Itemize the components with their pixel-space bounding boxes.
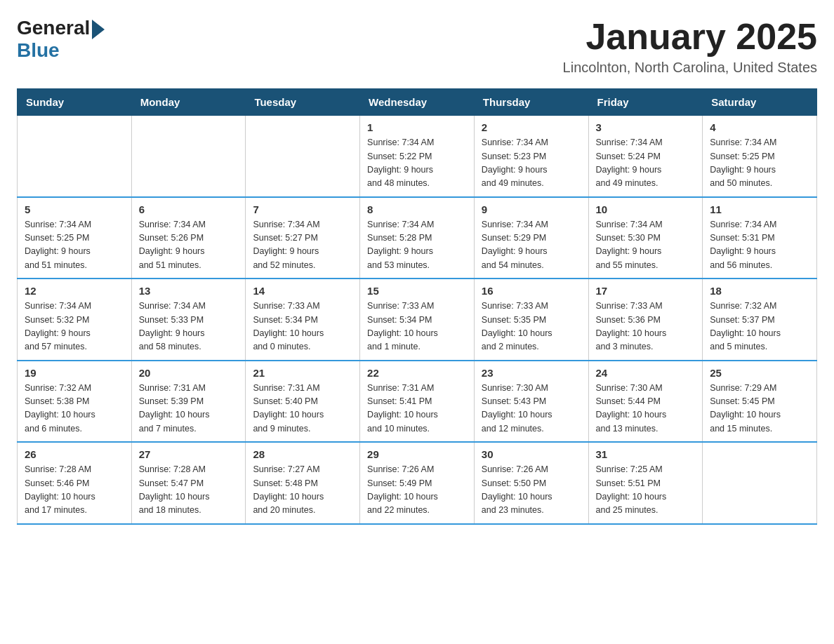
calendar-week-row: 12Sunrise: 7:34 AMSunset: 5:32 PMDayligh… xyxy=(18,279,817,361)
day-info: Sunrise: 7:28 AMSunset: 5:47 PMDaylight:… xyxy=(139,464,210,515)
day-number: 31 xyxy=(596,448,696,460)
day-info: Sunrise: 7:32 AMSunset: 5:37 PMDaylight:… xyxy=(710,301,781,351)
day-info: Sunrise: 7:31 AMSunset: 5:40 PMDaylight:… xyxy=(253,383,324,434)
calendar-day-cell: 11Sunrise: 7:34 AMSunset: 5:31 PMDayligh… xyxy=(703,197,817,279)
day-info: Sunrise: 7:33 AMSunset: 5:34 PMDaylight:… xyxy=(367,301,438,351)
day-info: Sunrise: 7:34 AMSunset: 5:23 PMDaylight:… xyxy=(482,137,548,188)
day-number: 13 xyxy=(139,285,239,297)
calendar-day-cell: 24Sunrise: 7:30 AMSunset: 5:44 PMDayligh… xyxy=(588,361,703,443)
calendar-day-cell: 8Sunrise: 7:34 AMSunset: 5:28 PMDaylight… xyxy=(360,197,475,279)
day-number: 19 xyxy=(25,367,124,379)
day-number: 11 xyxy=(710,203,809,215)
calendar-body: 1Sunrise: 7:34 AMSunset: 5:22 PMDaylight… xyxy=(18,116,817,524)
day-info: Sunrise: 7:34 AMSunset: 5:32 PMDaylight:… xyxy=(25,301,91,351)
day-number: 8 xyxy=(367,203,467,215)
day-info: Sunrise: 7:34 AMSunset: 5:26 PMDaylight:… xyxy=(139,220,206,270)
day-number: 9 xyxy=(482,203,581,215)
day-info: Sunrise: 7:34 AMSunset: 5:30 PMDaylight:… xyxy=(596,220,663,270)
day-number: 26 xyxy=(25,448,124,460)
day-of-week-header: Thursday xyxy=(474,89,588,116)
day-info: Sunrise: 7:33 AMSunset: 5:35 PMDaylight:… xyxy=(482,301,552,351)
day-number: 7 xyxy=(253,203,352,215)
calendar-day-cell: 22Sunrise: 7:31 AMSunset: 5:41 PMDayligh… xyxy=(360,361,475,443)
day-of-week-header: Saturday xyxy=(703,89,817,116)
day-info: Sunrise: 7:33 AMSunset: 5:34 PMDaylight:… xyxy=(253,301,324,351)
day-info: Sunrise: 7:31 AMSunset: 5:39 PMDaylight:… xyxy=(139,383,210,434)
calendar-day-cell: 9Sunrise: 7:34 AMSunset: 5:29 PMDaylight… xyxy=(474,197,588,279)
day-number: 24 xyxy=(596,367,696,379)
calendar-day-cell: 28Sunrise: 7:27 AMSunset: 5:48 PMDayligh… xyxy=(246,442,360,524)
day-info: Sunrise: 7:28 AMSunset: 5:46 PMDaylight:… xyxy=(25,464,95,515)
calendar-week-row: 26Sunrise: 7:28 AMSunset: 5:46 PMDayligh… xyxy=(18,442,817,524)
calendar-day-cell xyxy=(246,116,360,197)
days-of-week-row: SundayMondayTuesdayWednesdayThursdayFrid… xyxy=(18,89,817,116)
day-info: Sunrise: 7:34 AMSunset: 5:28 PMDaylight:… xyxy=(367,220,434,270)
day-number: 20 xyxy=(139,367,239,379)
day-info: Sunrise: 7:34 AMSunset: 5:22 PMDaylight:… xyxy=(367,137,434,188)
day-number: 28 xyxy=(253,448,352,460)
day-info: Sunrise: 7:34 AMSunset: 5:25 PMDaylight:… xyxy=(25,220,91,270)
day-info: Sunrise: 7:34 AMSunset: 5:29 PMDaylight:… xyxy=(482,220,548,270)
day-number: 18 xyxy=(710,285,809,297)
day-number: 22 xyxy=(367,367,467,379)
day-number: 6 xyxy=(139,203,239,215)
day-number: 29 xyxy=(367,448,467,460)
calendar-day-cell: 12Sunrise: 7:34 AMSunset: 5:32 PMDayligh… xyxy=(18,279,132,361)
day-info: Sunrise: 7:26 AMSunset: 5:50 PMDaylight:… xyxy=(482,464,552,515)
calendar-day-cell: 27Sunrise: 7:28 AMSunset: 5:47 PMDayligh… xyxy=(131,442,246,524)
day-info: Sunrise: 7:30 AMSunset: 5:44 PMDaylight:… xyxy=(596,383,667,434)
day-number: 16 xyxy=(482,285,581,297)
logo-blue-text: Blue xyxy=(17,39,105,62)
day-number: 14 xyxy=(253,285,352,297)
day-number: 15 xyxy=(367,285,467,297)
day-info: Sunrise: 7:33 AMSunset: 5:36 PMDaylight:… xyxy=(596,301,667,351)
location-text: Lincolnton, North Carolina, United State… xyxy=(563,60,817,76)
day-info: Sunrise: 7:34 AMSunset: 5:33 PMDaylight:… xyxy=(139,301,206,351)
calendar-day-cell: 29Sunrise: 7:26 AMSunset: 5:49 PMDayligh… xyxy=(360,442,475,524)
calendar-day-cell: 26Sunrise: 7:28 AMSunset: 5:46 PMDayligh… xyxy=(18,442,132,524)
calendar-day-cell: 6Sunrise: 7:34 AMSunset: 5:26 PMDaylight… xyxy=(131,197,246,279)
calendar-day-cell: 2Sunrise: 7:34 AMSunset: 5:23 PMDaylight… xyxy=(474,116,588,197)
day-number: 5 xyxy=(25,203,124,215)
calendar-day-cell: 21Sunrise: 7:31 AMSunset: 5:40 PMDayligh… xyxy=(246,361,360,443)
calendar-day-cell: 5Sunrise: 7:34 AMSunset: 5:25 PMDaylight… xyxy=(18,197,132,279)
calendar-table: SundayMondayTuesdayWednesdayThursdayFrid… xyxy=(17,88,817,525)
day-info: Sunrise: 7:27 AMSunset: 5:48 PMDaylight:… xyxy=(253,464,324,515)
calendar-week-row: 1Sunrise: 7:34 AMSunset: 5:22 PMDaylight… xyxy=(18,116,817,197)
calendar-week-row: 19Sunrise: 7:32 AMSunset: 5:38 PMDayligh… xyxy=(18,361,817,443)
page-header: General Blue January 2025 Lincolnton, No… xyxy=(17,17,817,76)
calendar-day-cell: 16Sunrise: 7:33 AMSunset: 5:35 PMDayligh… xyxy=(474,279,588,361)
calendar-day-cell xyxy=(18,116,132,197)
day-of-week-header: Monday xyxy=(131,89,246,116)
logo-general-text: General xyxy=(17,17,90,39)
day-of-week-header: Tuesday xyxy=(246,89,360,116)
calendar-day-cell: 15Sunrise: 7:33 AMSunset: 5:34 PMDayligh… xyxy=(360,279,475,361)
calendar-day-cell: 18Sunrise: 7:32 AMSunset: 5:37 PMDayligh… xyxy=(703,279,817,361)
day-number: 3 xyxy=(596,121,696,133)
calendar-day-cell: 17Sunrise: 7:33 AMSunset: 5:36 PMDayligh… xyxy=(588,279,703,361)
calendar-day-cell: 10Sunrise: 7:34 AMSunset: 5:30 PMDayligh… xyxy=(588,197,703,279)
day-info: Sunrise: 7:25 AMSunset: 5:51 PMDaylight:… xyxy=(596,464,667,515)
calendar-day-cell: 14Sunrise: 7:33 AMSunset: 5:34 PMDayligh… xyxy=(246,279,360,361)
logo-triangle-icon xyxy=(92,20,105,39)
day-number: 12 xyxy=(25,285,124,297)
day-info: Sunrise: 7:26 AMSunset: 5:49 PMDaylight:… xyxy=(367,464,438,515)
day-number: 23 xyxy=(482,367,581,379)
day-of-week-header: Wednesday xyxy=(360,89,475,116)
calendar-day-cell: 19Sunrise: 7:32 AMSunset: 5:38 PMDayligh… xyxy=(18,361,132,443)
day-info: Sunrise: 7:34 AMSunset: 5:24 PMDaylight:… xyxy=(596,137,663,188)
day-number: 10 xyxy=(596,203,696,215)
day-info: Sunrise: 7:30 AMSunset: 5:43 PMDaylight:… xyxy=(482,383,552,434)
calendar-day-cell: 23Sunrise: 7:30 AMSunset: 5:43 PMDayligh… xyxy=(474,361,588,443)
day-number: 21 xyxy=(253,367,352,379)
calendar-day-cell: 3Sunrise: 7:34 AMSunset: 5:24 PMDaylight… xyxy=(588,116,703,197)
day-number: 1 xyxy=(367,121,467,133)
day-number: 25 xyxy=(710,367,809,379)
day-of-week-header: Friday xyxy=(588,89,703,116)
title-block: January 2025 Lincolnton, North Carolina,… xyxy=(563,17,817,76)
day-info: Sunrise: 7:31 AMSunset: 5:41 PMDaylight:… xyxy=(367,383,438,434)
calendar-header: SundayMondayTuesdayWednesdayThursdayFrid… xyxy=(18,89,817,116)
day-info: Sunrise: 7:34 AMSunset: 5:25 PMDaylight:… xyxy=(710,137,776,188)
logo: General Blue xyxy=(17,17,105,62)
day-number: 17 xyxy=(596,285,696,297)
